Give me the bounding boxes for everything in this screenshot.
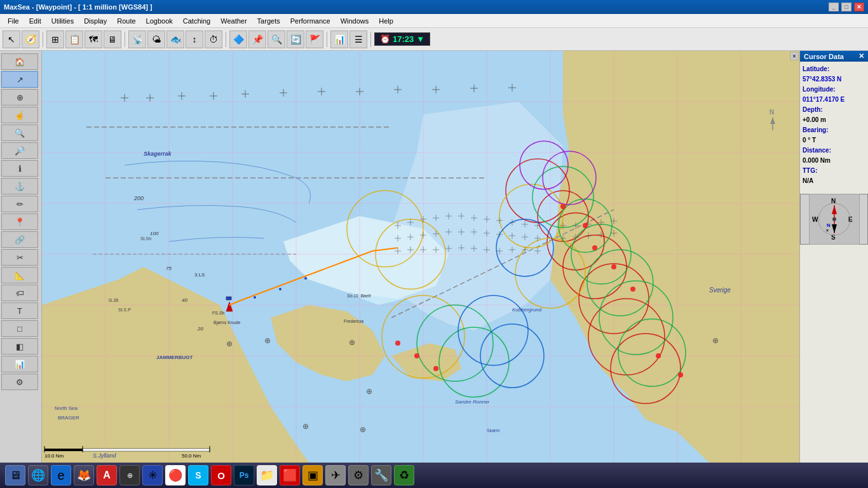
taskbar-opera-icon[interactable]: O bbox=[211, 465, 231, 485]
weather-btn[interactable]: 🌤 bbox=[147, 30, 165, 48]
compass-btn[interactable]: 🧭 bbox=[22, 30, 39, 48]
arrow-btn[interactable]: ↕ bbox=[186, 30, 203, 48]
taskbar-skype-icon[interactable]: S bbox=[188, 465, 208, 485]
taskbar-chrome-icon[interactable]: 🔴 bbox=[165, 465, 186, 485]
menu-targets[interactable]: Targets bbox=[252, 16, 285, 26]
chart-btn[interactable]: 🗺 bbox=[85, 30, 102, 48]
menu-help[interactable]: Help bbox=[374, 16, 398, 26]
svg-text:St.S.P: St.S.P bbox=[118, 308, 131, 312]
taskbar-recycle-icon[interactable]: ♻ bbox=[394, 465, 414, 485]
taskbar-tool2-icon[interactable]: 🔧 bbox=[371, 465, 391, 485]
tool-zoom-out[interactable]: 🔎 bbox=[1, 142, 38, 159]
menu-route[interactable]: Route bbox=[112, 16, 140, 26]
latitude-value: 57°42.8353 N bbox=[803, 74, 865, 85]
svg-text:N: N bbox=[827, 222, 831, 228]
nav-btn[interactable]: 🔷 bbox=[229, 30, 247, 48]
cursor-tool-btn[interactable]: ↖ bbox=[3, 30, 20, 48]
taskbar-computer-icon[interactable]: 🖥 bbox=[5, 465, 25, 485]
menu-edit[interactable]: Edit bbox=[24, 16, 46, 26]
list-btn[interactable]: ☰ bbox=[349, 30, 367, 48]
tool-pin[interactable]: 📍 bbox=[1, 214, 38, 230]
tool-add[interactable]: ⊕ bbox=[1, 89, 38, 105]
tool-info[interactable]: ℹ bbox=[1, 160, 38, 177]
menu-logbook[interactable]: Logbook bbox=[141, 16, 178, 26]
separator-3 bbox=[226, 32, 226, 47]
taskbar-plane-icon[interactable]: ✈ bbox=[325, 465, 346, 485]
svg-text:Sandre Ronner: Sandre Ronner bbox=[455, 399, 490, 405]
taskbar-network-icon[interactable]: 🌐 bbox=[28, 465, 48, 485]
taskbar-tool1-icon[interactable]: ⚙ bbox=[348, 465, 369, 485]
taskbar-red-box-icon[interactable]: 🟥 bbox=[280, 465, 300, 485]
maximize-button[interactable]: □ bbox=[841, 3, 851, 11]
taskbar-photoshop-icon[interactable]: Ps bbox=[234, 465, 254, 485]
svg-text:×: × bbox=[826, 228, 829, 233]
svg-text:BRAGER: BRAGER bbox=[58, 415, 79, 421]
svg-text:3.LS: 3.LS bbox=[194, 272, 205, 278]
tool-scissors[interactable]: ✂ bbox=[1, 249, 38, 266]
tool-label[interactable]: 🏷 bbox=[1, 285, 38, 301]
rotate-btn[interactable]: 🔄 bbox=[287, 30, 304, 48]
svg-text:⊕: ⊕ bbox=[226, 339, 233, 348]
clock-icon: ⏰ bbox=[380, 34, 390, 44]
taskbar-mosaic-icon[interactable]: ▣ bbox=[302, 465, 323, 485]
svg-text:⊕: ⊕ bbox=[360, 425, 366, 434]
tool-text[interactable]: T bbox=[1, 302, 38, 319]
taskbar-red-icon[interactable]: A bbox=[97, 465, 117, 485]
tool-navigate[interactable]: ↗ bbox=[1, 71, 38, 88]
map-area[interactable]: ⊕ ⊕ ⊕ ⊕ ⊕ ⊕ ⊕ ⊕ ⊕ ⊕ bbox=[42, 51, 799, 463]
svg-point-38 bbox=[587, 250, 653, 316]
tool-zoom-in[interactable]: 🔍 bbox=[1, 125, 38, 141]
svg-point-177 bbox=[611, 264, 616, 269]
gauge-btn[interactable]: ⏱ bbox=[205, 30, 222, 48]
tool-link[interactable]: 🔗 bbox=[1, 231, 38, 248]
zoom-btn[interactable]: 🔍 bbox=[268, 30, 285, 48]
svg-text:Kobbergrund: Kobbergrund bbox=[512, 307, 542, 313]
tool-pen[interactable]: ✏ bbox=[1, 196, 38, 212]
menu-catching[interactable]: Catching bbox=[178, 16, 215, 26]
taskbar-firefox-icon[interactable]: 🦊 bbox=[74, 465, 94, 485]
svg-text:200: 200 bbox=[133, 195, 144, 201]
ais-btn[interactable]: 📡 bbox=[128, 30, 146, 48]
minimize-button[interactable]: _ bbox=[829, 3, 839, 11]
titlebar-buttons[interactable]: _ □ ✕ bbox=[829, 3, 864, 11]
depth-value: +0.00 m bbox=[803, 115, 865, 125]
taskbar-acrobat-icon[interactable]: ⊕ bbox=[119, 465, 140, 485]
menu-file[interactable]: File bbox=[3, 16, 24, 26]
tool-pointer[interactable]: ☝ bbox=[1, 107, 38, 123]
svg-point-26 bbox=[563, 235, 627, 299]
taskbar-ie-icon[interactable]: e bbox=[51, 465, 71, 485]
tool-measure[interactable]: 📐 bbox=[1, 267, 38, 283]
grid-btn[interactable]: ⊞ bbox=[46, 30, 64, 48]
catch-btn[interactable]: 🐟 bbox=[166, 30, 184, 48]
menu-performance[interactable]: Performance bbox=[285, 16, 336, 26]
menu-weather[interactable]: Weather bbox=[215, 16, 252, 26]
time-dropdown-icon[interactable]: ▼ bbox=[416, 34, 424, 44]
toolbar: ↖ 🧭 ⊞ 📋 🗺 🖥 📡 🌤 🐟 ↕ ⏱ 🔷 📌 🔍 🔄 🚩 📊 ☰ ⏰ 17… bbox=[0, 28, 868, 51]
svg-text:⊕: ⊕ bbox=[264, 336, 271, 345]
close-button[interactable]: ✕ bbox=[854, 3, 864, 11]
svg-text:Bjørns Knude: Bjørns Knude bbox=[214, 320, 241, 325]
menu-windows[interactable]: Windows bbox=[336, 16, 374, 26]
cursor-data-close-btn[interactable]: ✕ bbox=[858, 52, 864, 60]
layer-btn[interactable]: 📋 bbox=[65, 30, 83, 48]
tool-home[interactable]: 🏠 bbox=[1, 53, 38, 70]
tool-rect[interactable]: □ bbox=[1, 320, 38, 337]
bearing-value: 0 ° T bbox=[803, 135, 865, 146]
svg-point-179 bbox=[395, 341, 400, 346]
tool-anchor[interactable]: ⚓ bbox=[1, 178, 38, 194]
chart2-btn[interactable]: 📊 bbox=[330, 30, 348, 48]
svg-text:100: 100 bbox=[150, 231, 159, 236]
flag-btn[interactable]: 🚩 bbox=[306, 30, 323, 48]
tool-chart[interactable]: 📊 bbox=[1, 356, 38, 372]
taskbar-explorer-icon[interactable]: 📁 bbox=[257, 465, 277, 485]
display-btn[interactable]: 🖥 bbox=[104, 30, 121, 48]
svg-point-43 bbox=[496, 219, 553, 276]
menu-utilities[interactable]: Utilities bbox=[46, 16, 79, 26]
svg-point-182 bbox=[656, 353, 661, 358]
tool-settings[interactable]: ⚙ bbox=[1, 374, 38, 390]
menu-display[interactable]: Display bbox=[79, 16, 112, 26]
taskbar-maxsea-icon[interactable]: ✳ bbox=[142, 465, 163, 485]
tool-select[interactable]: ◧ bbox=[1, 338, 38, 355]
svg-point-33 bbox=[515, 238, 585, 308]
map-btn[interactable]: 📌 bbox=[248, 30, 266, 48]
